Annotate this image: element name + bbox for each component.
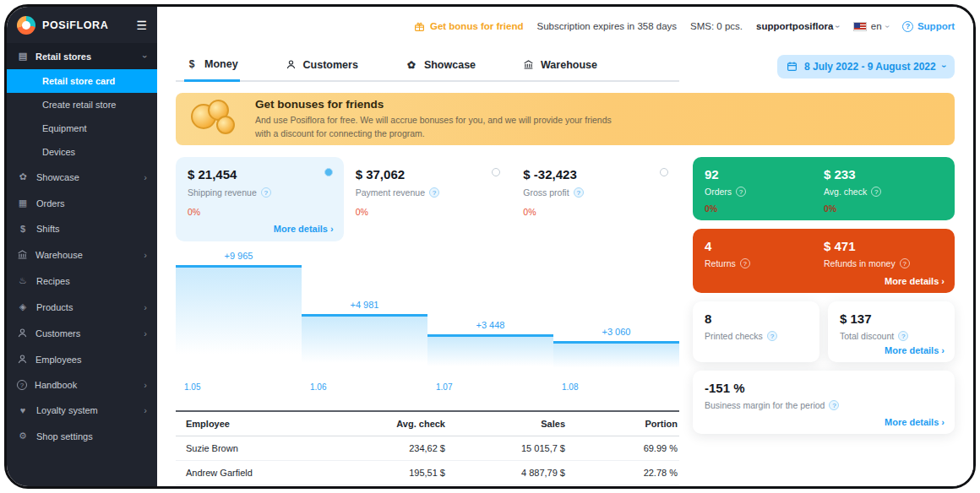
sidebar-item-products[interactable]: Products — [7, 294, 157, 320]
cell-portion: 22.78 % — [565, 468, 679, 478]
table-row[interactable]: Suzie Brown 234,62 $ 15 015,7 $ 69.99 % — [176, 436, 679, 461]
app-window: POSiFLORA Retail stores Retail store car… — [4, 4, 976, 489]
sidebar-item-label: Shop settings — [36, 431, 93, 442]
cell-sales: 4 887,79 $ — [445, 468, 565, 478]
help-icon[interactable] — [736, 187, 746, 197]
stat-percent: 0% — [188, 207, 332, 217]
sidebar-item-retail-stores[interactable]: Retail stores — [7, 43, 157, 69]
support-label: Support — [917, 21, 955, 31]
tab-label: Warehouse — [541, 59, 597, 71]
more-details-link[interactable]: More details — [885, 345, 945, 355]
stat-gross-profit[interactable]: $ -32,423 Gross profit 0% — [511, 157, 679, 241]
card-label-text: Orders — [705, 187, 732, 197]
sidebar-item-handbook[interactable]: Handbook — [7, 372, 157, 398]
bonus-banner[interactable]: Get bonuses for friends And use Posiflor… — [176, 93, 955, 145]
sidebar-item-label: Orders — [36, 198, 65, 209]
tab-label: Money — [204, 58, 238, 70]
card-value: $ 137 — [840, 312, 943, 326]
date-range-picker[interactable]: 8 July 2022 - 9 August 2022 — [777, 55, 955, 79]
stat-value: $ 21,454 — [188, 167, 332, 181]
chevron-down-icon — [834, 24, 843, 27]
more-details-link[interactable]: More details — [885, 276, 945, 286]
help-icon[interactable] — [261, 187, 271, 198]
store-icon — [17, 51, 29, 62]
cell-employee: Suzie Brown — [186, 443, 369, 453]
col-header-portion: Portion — [565, 419, 679, 429]
stat-payment-revenue[interactable]: $ 37,062 Payment revenue 0% — [344, 157, 512, 241]
stat-shipping-revenue[interactable]: $ 21,454 Shipping revenue 0% More detail… — [176, 157, 344, 241]
get-bonus-link[interactable]: Get bonus for friend — [414, 21, 524, 32]
help-icon[interactable] — [829, 400, 839, 410]
sidebar-item-shifts[interactable]: Shifts — [7, 216, 157, 241]
chart-step-4: +3 060 — [553, 341, 679, 373]
more-details-link[interactable]: More details — [274, 224, 334, 234]
sidebar-item-showcase[interactable]: Showcase — [7, 164, 157, 190]
sidebar-item-warehouse[interactable]: Warehouse — [7, 241, 157, 268]
logo-text: POSiFLORA — [42, 19, 108, 31]
sidebar-item-customers[interactable]: Customers — [7, 320, 157, 346]
help-icon[interactable] — [900, 258, 910, 268]
tab-customers[interactable]: Customers — [284, 51, 360, 80]
help-icon[interactable] — [871, 187, 881, 197]
card-value: 4 — [705, 239, 824, 253]
question-circle-icon — [902, 21, 913, 32]
sidebar-item-recipes[interactable]: Recipes — [7, 268, 157, 294]
chevron-right-icon — [144, 328, 147, 339]
support-link[interactable]: Support — [902, 21, 955, 32]
sidebar-item-label: Loyalty system — [36, 405, 98, 415]
cell-employee: Andrew Garfield — [186, 468, 369, 478]
avg-check-block: $ 233 Avg. check 0% — [824, 167, 943, 214]
sidebar-item-label: Customers — [35, 328, 80, 339]
help-icon[interactable] — [740, 258, 750, 268]
hamburger-menu-icon[interactable] — [136, 19, 147, 32]
chevron-down-icon — [883, 24, 892, 27]
stat-label: Gross profit — [523, 187, 569, 198]
bank-icon — [17, 249, 28, 260]
tab-money[interactable]: Money — [184, 51, 240, 82]
orders-card[interactable]: 92 Orders 0% $ 233 Avg. check — [693, 157, 955, 220]
person-icon — [17, 328, 28, 339]
sidebar-item-label: Shifts — [36, 224, 60, 234]
card-value: 92 — [705, 167, 824, 181]
help-icon[interactable] — [767, 331, 777, 341]
sidebar-item-devices[interactable]: Devices — [7, 140, 157, 164]
business-margin-card[interactable]: -151 % Business margin for the period Mo… — [693, 371, 955, 434]
sidebar-item-shop-settings[interactable]: Shop settings — [7, 423, 157, 449]
tab-showcase[interactable]: Showcase — [404, 51, 477, 80]
account-name: supportposiflora — [756, 21, 833, 31]
card-label-text: Total discount — [840, 331, 894, 341]
sidebar-item-loyalty-system[interactable]: Loyalty system — [7, 398, 157, 423]
revenue-step-chart: +9 965 +4 981 +3 448 +3 060 1.05 1.06 1.… — [176, 248, 679, 393]
help-icon[interactable] — [898, 331, 908, 341]
cell-avg-check: 234,62 $ — [369, 443, 445, 453]
help-icon[interactable] — [574, 187, 584, 198]
sidebar-item-label: Products — [36, 302, 73, 312]
tab-warehouse[interactable]: Warehouse — [521, 51, 599, 80]
returns-card[interactable]: 4 Returns $ 471 Refunds in money — [693, 229, 955, 293]
sidebar-item-employees[interactable]: Employees — [7, 346, 157, 372]
sidebar-item-equipment[interactable]: Equipment — [7, 116, 157, 140]
get-bonus-label: Get bonus for friend — [430, 21, 524, 31]
tab-label: Customers — [303, 59, 358, 71]
stat-radio-selected[interactable] — [324, 168, 333, 176]
chevron-right-icon — [144, 405, 147, 415]
card-value: 8 — [705, 312, 808, 326]
card-value: $ 233 — [824, 167, 943, 181]
language-selector[interactable]: en — [853, 21, 889, 31]
printed-checks-card[interactable]: 8 Printed checks — [693, 301, 819, 362]
coins-icon — [189, 99, 242, 139]
total-discount-card[interactable]: $ 137 Total discount More details — [828, 301, 955, 362]
sidebar-item-orders[interactable]: Orders — [7, 190, 157, 216]
table-row[interactable]: Andrew Garfield 195,51 $ 4 887,79 $ 22.7… — [176, 461, 679, 485]
help-icon[interactable] — [429, 187, 439, 198]
more-details-link[interactable]: More details — [885, 417, 945, 427]
dashboard-content: $ 21,454 Shipping revenue 0% More detail… — [176, 157, 955, 485]
flower-icon — [17, 171, 29, 182]
stat-radio[interactable] — [660, 168, 668, 176]
dollar-icon — [17, 224, 29, 234]
chart-step-3: +3 448 — [427, 334, 553, 373]
sidebar-item-create-retail-store[interactable]: Create retail store — [7, 93, 157, 116]
account-menu[interactable]: supportposiflora — [756, 21, 840, 31]
sidebar-item-label: Employees — [35, 355, 81, 365]
sidebar-item-retail-store-card[interactable]: Retail store card — [7, 69, 157, 93]
